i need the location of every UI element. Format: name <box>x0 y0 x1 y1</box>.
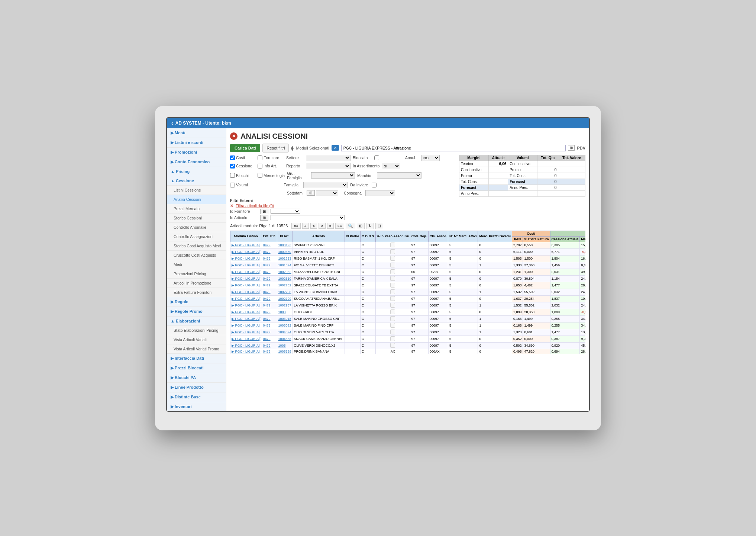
sidebar-item[interactable]: Controllo Assegnazioni <box>167 232 226 241</box>
cell-modulo[interactable]: ▶ PGC - LIGURIA [ <box>230 349 262 354</box>
cell-ente[interactable]: 0479 <box>262 309 277 315</box>
sidebar-item[interactable]: ▲ Elaborazioni <box>167 317 226 326</box>
blocchi-checkbox[interactable] <box>230 173 235 178</box>
sidebar-item[interactable]: Vista Articoli Variati Promo <box>167 344 226 354</box>
pdv-expand-icon[interactable]: ⊞ <box>568 145 575 151</box>
cell-ente[interactable]: 0479 <box>262 289 277 295</box>
cell-id-art[interactable]: 1004888 <box>277 336 293 342</box>
sidebar-item[interactable]: ▶ Regole Promo <box>167 307 226 317</box>
merceologia-checkbox[interactable] <box>258 173 262 178</box>
cell-ente[interactable]: 0479 <box>262 248 277 255</box>
cell-ente[interactable]: 0479 <box>262 322 277 329</box>
cell-ente[interactable]: 0479 <box>262 282 277 289</box>
id-articolo-select[interactable] <box>271 215 345 220</box>
sidebar-item[interactable]: Storico Costi Acquisto Medi <box>167 241 226 251</box>
cell-ente[interactable]: 0479 <box>262 315 277 322</box>
sidebar-item[interactable]: Analisi Cessioni <box>167 195 226 204</box>
cell-modulo[interactable]: ▶ PGC - LIGURIA [ <box>230 275 262 282</box>
cell-modulo[interactable]: ▶ PGC - LIGURIA [ <box>230 289 262 295</box>
cell-id-art[interactable]: 1005 <box>277 342 293 349</box>
filter-icon[interactable]: ⧫ <box>291 145 294 151</box>
filtri-articoli-link[interactable]: Filtra articoli da file (0) <box>236 203 274 208</box>
id-fornitore-select[interactable] <box>271 209 300 214</box>
fornitore-checkbox[interactable] <box>258 155 262 160</box>
cell-id-art[interactable]: 1003 <box>277 309 293 315</box>
cell-id-art[interactable]: 1002310 <box>277 275 293 282</box>
sidebar-item[interactable]: ▶ Prezzi Bloccati <box>167 363 226 373</box>
cell-id-art[interactable]: 1003018 <box>277 315 293 322</box>
sidebar-item[interactable]: Medi <box>167 260 226 269</box>
cell-modulo[interactable]: ▶ PGC - LIGURIA [ <box>230 282 262 289</box>
marchio-select[interactable] <box>377 172 421 179</box>
cell-modulo[interactable]: ▶ PGC - LIGURIA [ <box>230 269 262 275</box>
sidebar-item[interactable]: ▶ Conto Economico <box>167 157 226 167</box>
sidebar-item[interactable]: Prezzi Mercato <box>167 204 226 214</box>
sidebar-item[interactable]: Stato Elaborazioni Pricing <box>167 326 226 335</box>
sottofam-btn[interactable]: ⊞ <box>307 190 315 196</box>
cell-ente[interactable]: 0479 <box>262 295 277 302</box>
cell-modulo[interactable]: ▶ PGC - LIGURIA [ <box>230 329 262 336</box>
cell-ente[interactable]: 0479 <box>262 329 277 336</box>
prev-page-btn[interactable]: « <box>302 223 309 229</box>
cell-id-art[interactable]: 1002798 <box>277 289 293 295</box>
cell-id-art[interactable]: 1002032 <box>277 269 293 275</box>
cell-modulo[interactable]: ▶ PGC - LIGURIA [ <box>230 262 262 269</box>
cell-ente[interactable]: 0479 <box>262 349 277 354</box>
cell-modulo[interactable]: ▶ PGC - LIGURIA [ <box>230 302 262 309</box>
carica-dati-button[interactable]: Carica Dati <box>230 144 260 152</box>
annul-select[interactable]: NO <box>421 155 440 161</box>
cell-ente[interactable]: 0479 <box>262 269 277 275</box>
refresh-btn[interactable]: ↻ <box>366 223 374 229</box>
cell-id-art[interactable]: 1000680 <box>277 248 293 255</box>
cell-ente[interactable]: 0479 <box>262 342 277 349</box>
cell-id-art[interactable]: 1001233 <box>277 255 293 262</box>
close-icon[interactable]: ✕ <box>230 132 238 140</box>
back-arrow[interactable]: ‹ <box>171 120 173 126</box>
cell-modulo[interactable]: ▶ PGC - LIGURIA [ <box>230 336 262 342</box>
cell-id-art[interactable]: 1001624 <box>277 262 293 269</box>
cell-id-art[interactable]: 1005159 <box>277 349 293 354</box>
cessione-checkbox[interactable] <box>230 164 235 168</box>
volumi-checkbox[interactable] <box>230 183 235 187</box>
cell-modulo[interactable]: ▶ PGC - LIGURIA [ <box>230 248 262 255</box>
in-assortimento-select[interactable]: SI <box>382 163 400 169</box>
cell-ente[interactable]: 0479 <box>262 302 277 309</box>
cell-modulo[interactable]: ▶ PGC - LIGURIA [ <box>230 255 262 262</box>
settore-select[interactable] <box>306 155 350 161</box>
sidebar-item[interactable]: Listini Cessione <box>167 186 226 195</box>
gru-famiglia-select[interactable] <box>311 172 355 179</box>
cell-ente[interactable]: 0479 <box>262 275 277 282</box>
sidebar-item[interactable]: ▶ Inventari <box>167 402 226 411</box>
sidebar-item[interactable]: ▶ Blocchi PA <box>167 373 226 383</box>
pdv-tag[interactable]: ✕ <box>332 145 339 151</box>
cell-modulo[interactable]: ▶ PGC - LIGURIA [ <box>230 242 262 248</box>
sidebar-item[interactable]: ▶ Menù <box>167 128 226 138</box>
reset-filtri-button[interactable]: Reset filtri <box>262 144 289 153</box>
sidebar-item[interactable]: Controllo Anomalie <box>167 223 226 232</box>
search-btn[interactable]: 🔍 <box>346 223 355 229</box>
cell-id-art[interactable]: 1000193 <box>277 242 293 248</box>
sidebar-item[interactable]: Storico Cessioni <box>167 214 226 223</box>
id-fornitore-btn[interactable]: ⊞ <box>260 209 268 214</box>
next-page-btn[interactable]: » <box>327 223 334 229</box>
cell-id-art[interactable]: 1004524 <box>277 329 293 336</box>
cell-id-art[interactable]: 1003022 <box>277 322 293 329</box>
sidebar-item[interactable]: ▶ Promozioni <box>167 148 226 157</box>
sidebar-item[interactable]: ▲ Cessione <box>167 176 226 186</box>
sidebar-item[interactable]: Articoli in Promozione <box>167 279 226 288</box>
cell-modulo[interactable]: ▶ PGC - LIGURIA [ <box>230 342 262 349</box>
cell-id-art[interactable]: 1002752 <box>277 282 293 289</box>
export-btn[interactable]: ⊡ <box>375 223 383 229</box>
reparto-select[interactable] <box>306 163 350 169</box>
sidebar-item[interactable]: ▶ Listini e sconti <box>167 138 226 148</box>
consegna-select[interactable] <box>365 190 395 196</box>
sottofam-select[interactable] <box>316 190 338 196</box>
cell-id-art[interactable]: 1002937 <box>277 302 293 309</box>
cell-ente[interactable]: 0479 <box>262 255 277 262</box>
infoart-checkbox[interactable] <box>258 164 262 168</box>
grid-btn[interactable]: ⊞ <box>357 223 365 229</box>
cell-modulo[interactable]: ▶ PGC - LIGURIA [ <box>230 315 262 322</box>
sidebar-item[interactable]: Cruscotto Costi Acquisto <box>167 251 226 260</box>
sidebar-item[interactable]: ▲ Pricing <box>167 167 226 176</box>
bloccato-checkbox[interactable] <box>374 155 379 160</box>
